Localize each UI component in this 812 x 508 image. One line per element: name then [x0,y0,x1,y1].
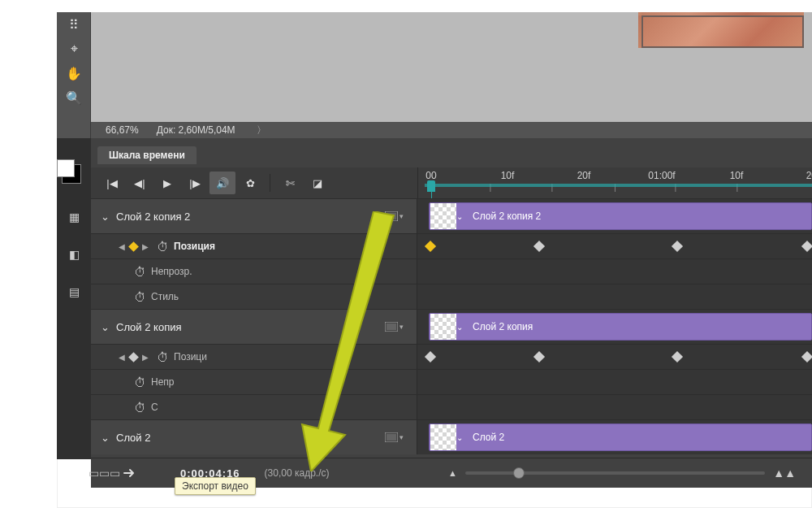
twirl-down-icon[interactable]: ⌄ [101,321,110,333]
ruler-tick-label: 20f [806,170,812,181]
panel-icon[interactable]: ▤ [65,283,83,301]
svg-rect-13 [387,434,396,441]
keyframe-diamond-icon[interactable] [672,241,683,252]
keyframe-diamond-icon[interactable] [801,351,812,363]
frame-animation-mode-button[interactable]: ▭▭▭ [91,462,117,484]
stopwatch-icon[interactable]: ⏱ [134,376,146,389]
property-name: Непр [151,376,175,388]
keyframe-diamond-icon[interactable] [425,351,436,363]
stopwatch-icon[interactable]: ⏱ [134,401,146,415]
document-canvas[interactable] [57,12,812,136]
property-name: Стиль [151,291,179,302]
keyframe-diamond-icon[interactable] [672,351,683,363]
keyframe-nav[interactable]: ◀ ▶ [119,242,149,251]
twirl-down-icon[interactable]: ⌄ [101,432,110,444]
tool-slot[interactable]: ⠿ [57,12,91,37]
left-panel-dock: ▦ ◧ ▤ [57,138,92,459]
property-name: С [151,402,158,413]
swatches-icon[interactable] [62,164,81,184]
add-keyframe-icon[interactable] [128,241,139,252]
document-status-bar: 66,67% Док: 2,60M/5,04M 〉 [91,122,812,138]
filmstrip-icon[interactable] [384,320,404,333]
property-row[interactable]: ◀ ▶ ⏱ Позиция [91,233,812,258]
play-button[interactable]: ▶ [154,172,180,194]
clip-thumbnail [430,203,456,229]
playhead-line [431,184,432,198]
panel-icon[interactable]: ▦ [65,208,83,226]
split-clip-button[interactable]: ✄ [277,172,303,194]
stopwatch-icon[interactable]: ⏱ [157,240,169,254]
timeline-tab-label: Шкала времени [109,150,185,161]
zoom-tool-icon[interactable]: 🔍 [57,85,91,110]
zoom-track[interactable] [465,471,765,475]
panel-icon[interactable]: ◧ [65,245,83,263]
keyframe-diamond-icon[interactable] [533,351,545,363]
keyframe-diamond-icon[interactable] [801,241,812,252]
prev-keyframe-icon[interactable]: ◀ [119,353,125,362]
frame-rate-label: (30,00 кадр./с) [265,467,330,479]
zoom-out-icon[interactable]: ▲ [448,468,457,478]
go-first-button[interactable]: |◀ [99,172,125,194]
stopwatch-icon[interactable]: ⏱ [157,350,169,364]
keyframe-lane[interactable] [417,234,812,258]
timeline-tab[interactable]: Шкала времени [97,146,197,164]
layer-name[interactable]: Слой 2 копия 2 [116,211,190,223]
filmstrip-icon[interactable] [384,210,404,223]
property-row[interactable]: ⏱ Стиль [91,284,812,309]
property-row[interactable]: ⏱ С [91,394,812,419]
chevron-down-icon[interactable]: ⌄ [456,212,463,221]
svg-rect-11 [387,323,396,330]
zoom-in-icon[interactable]: ▲▲ [773,467,796,480]
clip-thumbnail [430,314,456,340]
video-clip[interactable]: ⌄ Слой 2 копия [429,313,812,341]
prev-keyframe-icon[interactable]: ◀ [119,242,125,251]
layer-name[interactable]: Слой 2 [116,432,150,444]
settings-button[interactable]: ✿ [237,172,263,194]
keyframe-lane[interactable] [417,345,812,369]
property-row[interactable]: ⏱ Непр [91,369,812,394]
chevron-right-icon[interactable]: 〉 [257,124,266,137]
video-clip[interactable]: ⌄ Слой 2 копия 2 [429,202,812,230]
zoom-knob[interactable] [513,467,525,479]
chevron-down-icon[interactable]: ⌄ [456,323,463,332]
ruler-tick-label: 10f [730,170,744,181]
work-area-bar[interactable] [425,184,812,187]
stopwatch-icon[interactable]: ⏱ [134,265,146,279]
ruler-tick-label: 10f [501,170,515,181]
canvas-image-thumbnail [638,12,804,48]
property-name: Позиция [174,241,215,252]
add-keyframe-icon[interactable] [128,352,139,363]
next-keyframe-icon[interactable]: ▶ [142,353,149,362]
app-window: ⠿ ⌖ ✋ 🔍 66,67% Док: 2,60M/5,04M 〉 ▦ ◧ ▤ … [57,12,812,508]
property-row[interactable]: ◀ ▶ ⏱ Позици [91,344,812,369]
step-back-button[interactable]: ◀| [127,172,153,194]
audio-toggle-button[interactable]: 🔊 [209,172,235,194]
tool-slot[interactable]: ⌖ [57,37,91,61]
chevron-down-icon[interactable]: ⌄ [456,433,463,442]
layer-row[interactable]: ⌄ Слой 2 копия ⌄ Слой 2 копия [91,309,812,344]
hand-tool-icon[interactable]: ✋ [57,61,91,85]
property-row[interactable]: ⏱ Непрозр. [91,258,812,284]
layer-row[interactable]: ⌄ Слой 2 копия 2 ⌄ Слой 2 копия 2 [91,198,812,233]
layer-row[interactable]: ⌄ Слой 2 ⌄ Слой 2 [91,419,812,454]
twirl-down-icon[interactable]: ⌄ [101,211,110,223]
keyframe-diamond-icon[interactable] [533,241,545,252]
layer-name[interactable]: Слой 2 копия [116,321,181,333]
time-ruler[interactable]: 00 10f 20f 01:00f 10f 20f [417,167,812,198]
transition-button[interactable]: ◪ [304,172,330,194]
zoom-level[interactable]: 66,67% [106,124,139,136]
export-video-button[interactable] [117,462,143,484]
keyframe-diamond-icon[interactable] [425,241,436,252]
clip-label: Слой 2 копия 2 [473,211,541,222]
clip-label: Слой 2 копия [473,321,533,332]
property-name: Позици [174,351,207,363]
timeline-zoom-slider[interactable]: ▲ ▲▲ [448,463,796,483]
keyframe-nav[interactable]: ◀ ▶ [119,353,149,362]
tooltip-export-video: Экспорт видео [175,477,256,495]
next-keyframe-icon[interactable]: ▶ [142,242,149,251]
stopwatch-icon[interactable]: ⏱ [134,290,146,304]
video-clip[interactable]: ⌄ Слой 2 [429,423,812,451]
filmstrip-icon[interactable] [384,431,404,444]
ruler-tick-label: 00 [425,170,436,181]
step-forward-button[interactable]: |▶ [182,172,208,194]
